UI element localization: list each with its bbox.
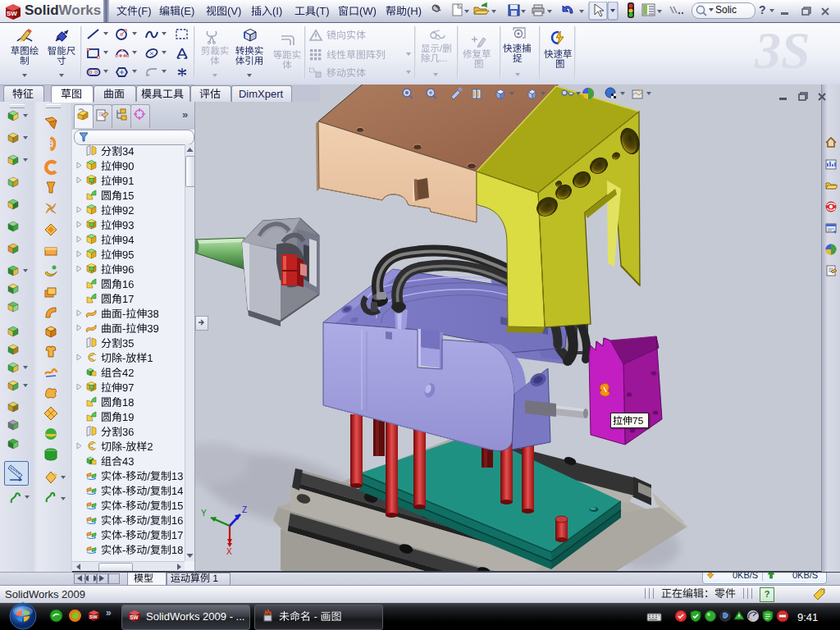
svg-text:Y: Y — [201, 509, 207, 518]
svg-text:X: X — [226, 547, 232, 555]
svg-text:Z: Z — [242, 505, 247, 514]
svg-text:SW: SW — [7, 10, 17, 17]
svg-text:SW: SW — [89, 614, 98, 619]
svg-text:SW: SW — [130, 614, 138, 620]
